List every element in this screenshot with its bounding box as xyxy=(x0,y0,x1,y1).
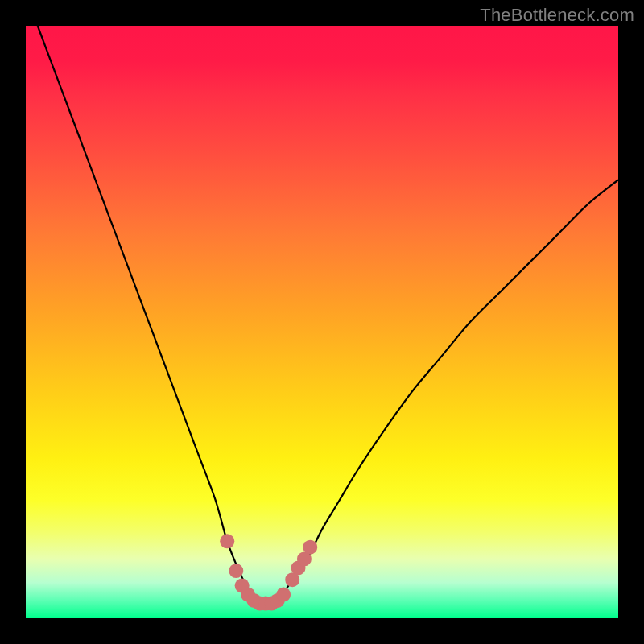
chart-frame: TheBottleneck.com xyxy=(0,0,644,644)
highlighted-range-markers xyxy=(220,534,317,610)
plot-area xyxy=(26,26,618,618)
watermark-text: TheBottleneck.com xyxy=(480,5,634,26)
bottleneck-curve xyxy=(38,26,618,604)
marker-dot xyxy=(276,588,291,602)
marker-dot xyxy=(229,564,243,578)
marker-dot xyxy=(220,534,234,548)
marker-dot xyxy=(303,540,317,555)
chart-overlay xyxy=(26,26,618,618)
